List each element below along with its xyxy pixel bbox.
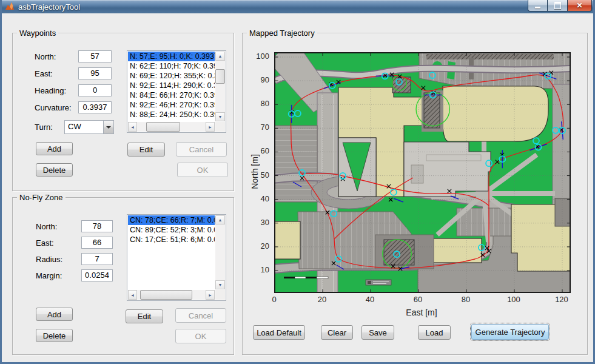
map-scale-bar: [284, 277, 328, 278]
minimize-button[interactable]: [528, 0, 548, 12]
heading-label: Heading:: [35, 86, 66, 95]
nfz-add-button[interactable]: Add: [36, 308, 73, 321]
waypoint-add-button[interactable]: Add: [36, 142, 73, 155]
minimize-icon: [535, 7, 540, 8]
app-window: asbTrajectoryTool ✕ Waypoints North: 57 …: [0, 0, 595, 364]
chevron-down-icon[interactable]: [103, 121, 113, 133]
list-item[interactable]: CN: 89;CE: 52;R: 3;M: 0.0254: [128, 225, 215, 235]
maximize-button[interactable]: [548, 0, 568, 12]
north-label: North:: [35, 52, 56, 61]
map-panel: Mapped Trajectory North [m]: [242, 33, 588, 355]
list-item[interactable]: N: 57;E: 95;H: 0;K: 0.3937: [128, 52, 215, 61]
trajectory-map-plot: [274, 52, 571, 293]
generate-trajectory-button[interactable]: Generate Trajectory: [471, 324, 549, 340]
y-tick: 20: [251, 241, 269, 251]
map-panel-title: Mapped Trajectory: [247, 29, 317, 38]
x-axis-label: East [m]: [391, 308, 452, 317]
y-tick-labels: 102030405060708090100: [249, 52, 272, 292]
matlab-app-icon: [5, 2, 15, 12]
map-stamp: [366, 280, 391, 285]
y-tick: 80: [251, 99, 269, 108]
waypoint-cancel-button: Cancel: [176, 142, 227, 157]
list-item[interactable]: N: 92;E: 114;H: 290;K: 0.3937: [128, 81, 215, 90]
nfz-radius-label: Radius:: [36, 255, 62, 264]
nfz-radius-input[interactable]: 7: [81, 253, 113, 265]
nfz-cancel-button: Cancel: [175, 308, 226, 323]
list-item[interactable]: N: 88;E: 24;H: 250;K: 0.3937: [128, 110, 215, 120]
nfz-east-label: East:: [36, 238, 54, 248]
y-tick: 50: [251, 170, 269, 180]
scroll-down-icon[interactable]: ▼: [215, 112, 225, 121]
list-item[interactable]: N: 76;E: 7;H: 180;K: 0.3937: [128, 120, 215, 121]
y-tick: 70: [251, 123, 269, 132]
scroll-down-icon[interactable]: ▼: [215, 280, 225, 289]
waypoint-edit-button[interactable]: Edit: [127, 143, 165, 157]
nfz-north-input[interactable]: 78: [81, 220, 113, 232]
waypoints-panel: Waypoints North: 57 East: 95 Heading: 0 …: [12, 33, 234, 191]
list-item[interactable]: N: 69;E: 120;H: 355;K: 0.3937: [128, 71, 215, 81]
list-item[interactable]: N: 92;E: 46;H: 270;K: 0.3937: [128, 100, 215, 110]
maximize-icon: [554, 2, 561, 9]
list-item[interactable]: CN: 78;CE: 66;R: 7;M: 0.0254: [128, 215, 215, 225]
y-tick: 100: [251, 52, 269, 61]
scroll-right-icon[interactable]: ►: [206, 290, 215, 300]
nfz-list[interactable]: CN: 78;CE: 66;R: 7;M: 0.0254CN: 89;CE: 5…: [128, 215, 215, 289]
y-tick: 60: [251, 146, 269, 155]
waypoint-ok-button: OK: [177, 163, 228, 177]
waypoint-list-hscrollbar[interactable]: ◄ ►: [128, 122, 215, 132]
window-title: asbTrajectoryTool: [18, 2, 80, 12]
nfz-listbox[interactable]: CN: 78;CE: 66;R: 7;M: 0.0254CN: 89;CE: 5…: [127, 214, 226, 301]
x-tick: 100: [505, 295, 523, 304]
waypoint-list[interactable]: N: 57;E: 95;H: 0;K: 0.3937N: 62;E: 110;H…: [128, 52, 215, 121]
window-controls: ✕: [528, 0, 592, 12]
waypoint-list-vscrollbar[interactable]: ▲ ▼: [215, 52, 225, 121]
x-tick: 20: [313, 295, 331, 304]
nfz-ok-button: OK: [175, 329, 226, 343]
heading-input[interactable]: 0: [78, 84, 112, 96]
close-button[interactable]: ✕: [568, 0, 592, 12]
y-tick: 40: [251, 194, 269, 203]
y-tick: 10: [251, 265, 269, 274]
clear-button[interactable]: Clear: [321, 325, 353, 340]
save-button[interactable]: Save: [361, 325, 394, 340]
x-tick-labels: 020406080100120: [274, 295, 570, 305]
x-tick: 0: [265, 295, 283, 304]
north-input[interactable]: 57: [78, 50, 112, 62]
nfz-margin-input[interactable]: 0.0254: [81, 269, 113, 281]
building-southwest: [275, 221, 300, 259]
x-tick: 60: [409, 295, 427, 304]
waypoint-delete-button[interactable]: Delete: [36, 163, 73, 177]
nfz-list-hscrollbar[interactable]: ◄ ►: [128, 290, 215, 300]
load-button[interactable]: Load: [418, 325, 451, 340]
scroll-right-icon[interactable]: ►: [206, 122, 215, 132]
nfz-edit-button[interactable]: Edit: [126, 309, 163, 323]
scroll-up-icon[interactable]: ▲: [215, 52, 225, 61]
list-item[interactable]: N: 84;E: 66;H: 270;K: 0.3937: [128, 90, 215, 100]
list-item[interactable]: CN: 17;CE: 51;R: 6;M: 0.0254: [128, 235, 215, 244]
nfz-list-vscrollbar[interactable]: ▲ ▼: [215, 215, 225, 289]
turn-dropdown-value: CW: [68, 122, 81, 131]
east-input[interactable]: 95: [78, 67, 112, 79]
y-tick: 90: [251, 75, 269, 84]
load-default-button[interactable]: Load Default: [253, 325, 305, 340]
scroll-left-icon[interactable]: ◄: [128, 122, 137, 132]
y-tick: 30: [251, 218, 269, 227]
x-tick: 40: [361, 295, 379, 304]
curvature-label: Curvature:: [35, 103, 72, 112]
nfz-delete-button[interactable]: Delete: [36, 329, 73, 342]
scroll-left-icon[interactable]: ◄: [128, 290, 137, 300]
turn-dropdown[interactable]: CW: [64, 120, 114, 134]
scroll-up-icon[interactable]: ▲: [215, 215, 225, 224]
close-icon: ✕: [576, 2, 582, 9]
curvature-input[interactable]: 0.3937: [78, 101, 112, 113]
east-label: East:: [35, 69, 53, 78]
nofly-panel-title: No-Fly Zone: [17, 193, 66, 202]
title-bar[interactable]: asbTrajectoryTool ✕: [0, 0, 595, 13]
nfz-east-input[interactable]: 66: [81, 237, 113, 249]
list-item[interactable]: N: 62;E: 110;H: 70;K: 0.3937: [128, 61, 215, 71]
x-tick: 120: [553, 295, 571, 304]
waypoints-panel-title: Waypoints: [17, 29, 58, 38]
nofly-panel: No-Fly Zone North: 78 East: 66 Radius: 7…: [12, 197, 234, 355]
campus-map: [275, 53, 570, 292]
waypoint-listbox[interactable]: N: 57;E: 95;H: 0;K: 0.3937N: 62;E: 110;H…: [127, 50, 226, 133]
